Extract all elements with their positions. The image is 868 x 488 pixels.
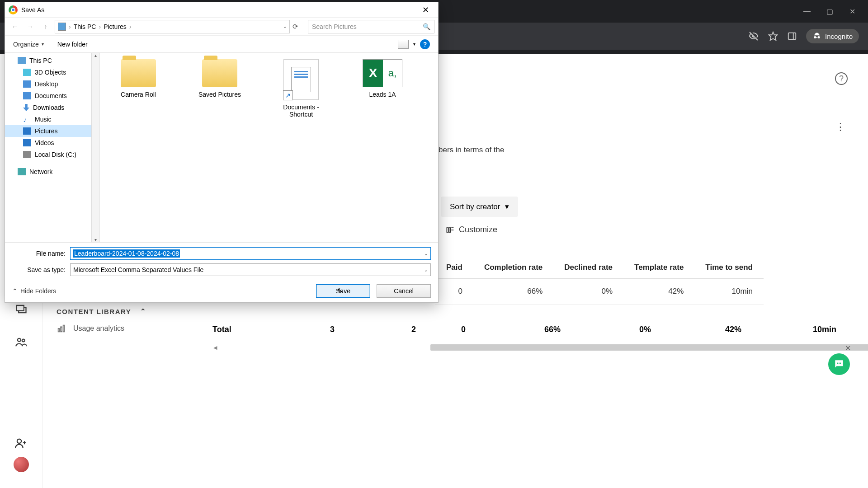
chat-fab[interactable] — [828, 353, 850, 375]
sort-by-creator-button[interactable]: Sort by creator ▾ — [441, 197, 518, 217]
people-icon[interactable] — [15, 336, 28, 348]
horizontal-scrollbar[interactable]: ◀ ▶ — [211, 343, 853, 352]
chevron-down-icon[interactable]: ⌄ — [424, 267, 428, 272]
breadcrumb[interactable]: › This PC › Pictures › ⌄ — [55, 20, 290, 33]
svg-marker-0 — [769, 32, 777, 40]
col-declined: Declined rate — [553, 257, 623, 279]
folder-icon — [121, 59, 156, 87]
excel-icon: Xa, — [363, 59, 402, 87]
nav-up-button[interactable]: ↑ — [39, 20, 52, 33]
search-icon: 🔍 — [423, 23, 430, 30]
tree-3d-objects[interactable]: 3D Objects — [5, 66, 99, 78]
chevron-down-icon[interactable]: ⌄ — [424, 251, 428, 256]
new-folder-button[interactable]: New folder — [57, 41, 88, 48]
svg-rect-11 — [61, 327, 62, 332]
incognito-badge[interactable]: Incognito — [806, 29, 859, 43]
organize-button[interactable]: Organize ▾ — [13, 41, 44, 48]
refresh-button[interactable]: ⟳ — [292, 23, 305, 31]
chrome-icon — [9, 5, 18, 14]
tree-music[interactable]: ♪Music — [5, 113, 99, 125]
hide-eye-icon[interactable] — [748, 31, 759, 42]
shortcut-icon: ↗ — [283, 59, 319, 100]
kebab-menu[interactable]: ⋮ — [835, 121, 845, 133]
dialog-title: Save As — [21, 6, 44, 14]
usage-analytics-item[interactable]: Usage analytics — [57, 324, 174, 333]
star-icon[interactable] — [768, 31, 778, 41]
tree-documents[interactable]: Documents — [5, 90, 99, 102]
panel-icon[interactable] — [787, 31, 797, 41]
folder-saved-pictures[interactable]: Saved Pictures — [190, 59, 249, 98]
tree-pictures[interactable]: Pictures — [5, 125, 99, 137]
svg-rect-10 — [58, 328, 60, 332]
breadcrumb-dropdown[interactable]: ⌄ — [283, 24, 287, 29]
svg-rect-3 — [447, 228, 448, 232]
tree-videos[interactable]: Videos — [5, 137, 99, 149]
tree-network[interactable]: Network — [5, 166, 99, 178]
search-input[interactable]: Search Pictures 🔍 — [308, 20, 434, 33]
leaderboard-table: Paid Completion rate Declined rate Templ… — [435, 257, 764, 305]
window-maximize[interactable]: ▢ — [818, 2, 841, 20]
svg-point-13 — [17, 439, 21, 443]
chevron-up-icon: ⌃ — [140, 307, 147, 315]
help-icon[interactable]: ? — [835, 72, 848, 85]
help-button[interactable]: ? — [420, 39, 430, 49]
folder-icon — [202, 59, 237, 87]
save-button[interactable]: Save — [316, 284, 370, 298]
view-mode-button[interactable] — [398, 40, 409, 49]
chevron-down-icon: ▾ — [505, 202, 509, 211]
sort-label: Sort by creator — [450, 202, 500, 211]
workspace-icon[interactable] — [15, 303, 28, 315]
folder-camera-roll[interactable]: Camera Roll — [109, 59, 168, 98]
dialog-close-button[interactable]: ✕ — [416, 5, 434, 15]
col-time: Time to send — [694, 257, 764, 279]
tree-desktop[interactable]: Desktop — [5, 78, 99, 90]
cancel-button[interactable]: Cancel — [377, 284, 431, 298]
tree-local-disk[interactable]: Local Disk (C:) — [5, 149, 99, 160]
chevron-up-icon: ⌃ — [12, 287, 18, 295]
chat-close-icon[interactable]: ✕ — [845, 344, 851, 352]
svg-rect-12 — [63, 325, 65, 332]
file-leads-1a[interactable]: Xa, Leads 1A — [353, 59, 412, 98]
tree-scrollbar[interactable]: ▴▾ — [91, 53, 99, 242]
svg-point-15 — [839, 363, 840, 364]
user-avatar[interactable] — [14, 457, 29, 472]
chevron-down-icon: ▾ — [42, 42, 44, 47]
tree-this-pc[interactable]: This PC — [5, 55, 99, 66]
dialog-titlebar: Save As ✕ — [5, 2, 438, 18]
breadcrumb-folder[interactable]: Pictures — [104, 23, 127, 30]
incognito-label: Incognito — [825, 33, 853, 40]
file-grid: Camera Roll Saved Pictures ↗ Documents -… — [100, 53, 438, 242]
window-close[interactable]: ✕ — [841, 2, 863, 20]
svg-point-16 — [840, 363, 841, 364]
content-library-header[interactable]: CONTENT LIBRARY ⌃ — [57, 307, 174, 315]
nav-back-button[interactable]: ← — [9, 20, 21, 33]
breadcrumb-root[interactable]: This PC — [74, 23, 96, 30]
tree-downloads[interactable]: Downloads — [5, 102, 99, 113]
hide-folders-button[interactable]: ⌃ Hide Folders — [12, 287, 56, 295]
svg-rect-4 — [449, 228, 450, 232]
nav-forward-button[interactable]: → — [24, 20, 37, 33]
add-person-icon[interactable] — [14, 437, 27, 450]
filename-label: File name: — [12, 250, 70, 257]
svg-point-9 — [22, 339, 25, 342]
col-completion: Completion rate — [473, 257, 553, 279]
table-row: 0 66% 0% 42% 10min — [435, 279, 764, 305]
total-row: Total 3 2 0 66% 0% 42% 10min — [212, 319, 836, 341]
svg-rect-1 — [788, 33, 796, 40]
col-template: Template rate — [623, 257, 694, 279]
save-as-dialog: Save As ✕ ← → ↑ › This PC › Pictures › ⌄… — [5, 2, 439, 303]
table-header-row: Paid Completion rate Declined rate Templ… — [435, 257, 764, 279]
window-minimize[interactable]: — — [796, 2, 818, 20]
total-label: Total — [212, 319, 280, 341]
pc-icon — [58, 23, 66, 31]
col-paid: Paid — [435, 257, 473, 279]
filename-input[interactable]: Leaderboard-2024-01-08-2024-02-08 ⌄ — [70, 247, 431, 260]
view-dropdown[interactable]: ▾ — [413, 42, 415, 47]
saveastype-label: Save as type: — [12, 266, 70, 273]
shortcut-documents[interactable]: ↗ Documents - Shortcut — [272, 59, 330, 118]
customize-label: Customize — [459, 225, 497, 235]
folder-tree: This PC 3D Objects Desktop Documents Dow… — [5, 53, 100, 242]
saveastype-select[interactable]: Microsoft Excel Comma Separated Values F… — [70, 263, 431, 276]
customize-button[interactable]: Customize — [445, 225, 497, 235]
svg-point-14 — [837, 363, 838, 364]
